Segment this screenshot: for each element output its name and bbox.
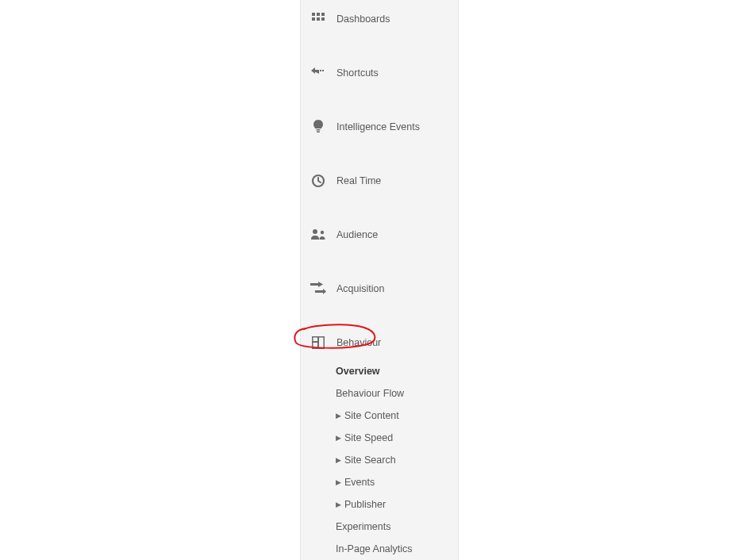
sub-item-label: Site Content (344, 410, 399, 421)
svg-marker-16 (318, 282, 323, 287)
caret-right-icon: ▶ (336, 412, 341, 420)
sub-item-in-page-analytics[interactable]: In-Page Analytics (336, 538, 458, 560)
sidebar-item-label: Dashboards (336, 13, 458, 25)
svg-rect-9 (322, 70, 324, 71)
caret-right-icon: ▶ (336, 456, 341, 464)
caret-right-icon: ▶ (336, 501, 341, 508)
svg-point-13 (313, 229, 317, 234)
audience-icon (310, 227, 326, 243)
sidebar-item-label: Intelligence Events (336, 121, 458, 132)
clock-icon (310, 173, 326, 189)
sub-item-label: Site Speed (344, 432, 393, 443)
sidebar-item-real-time[interactable]: Real Time (301, 167, 458, 195)
svg-rect-11 (317, 132, 320, 133)
sub-item-experiments[interactable]: Experiments (336, 516, 458, 538)
sidebar-item-intelligence-events[interactable]: Intelligence Events (301, 113, 458, 141)
svg-rect-10 (317, 129, 321, 131)
sidebar-item-dashboards[interactable]: Dashboards (301, 5, 458, 33)
shortcuts-icon (310, 65, 326, 81)
sub-item-label: Site Search (344, 455, 396, 466)
svg-rect-7 (314, 70, 319, 71)
behaviour-submenu: Overview Behaviour Flow ▶ Site Content ▶… (301, 360, 458, 560)
sidebar-item-label: Shortcuts (336, 67, 458, 79)
svg-rect-8 (320, 70, 321, 71)
svg-rect-1 (317, 13, 320, 16)
behaviour-icon (310, 335, 326, 351)
sub-item-label: Experiments (336, 521, 390, 532)
svg-point-14 (321, 231, 324, 234)
svg-marker-19 (323, 289, 326, 294)
caret-right-icon: ▶ (336, 434, 341, 442)
sub-item-label: Events (344, 477, 375, 488)
sub-item-overview[interactable]: Overview (336, 360, 458, 382)
sidebar-item-shortcuts[interactable]: Shortcuts (301, 59, 458, 87)
grid-icon (310, 11, 326, 27)
sidebar-item-label: Acquisition (336, 283, 458, 294)
sub-item-label: Publisher (344, 499, 386, 510)
svg-rect-3 (312, 17, 315, 21)
sub-item-label: Overview (336, 366, 380, 377)
sub-item-publisher[interactable]: ▶ Publisher (336, 493, 458, 516)
sidebar-item-audience[interactable]: Audience (301, 221, 458, 249)
sub-item-site-content[interactable]: ▶ Site Content (336, 405, 458, 427)
sidebar-item-label: Behaviour (336, 337, 458, 348)
bulb-icon (310, 119, 326, 135)
svg-rect-15 (310, 283, 318, 286)
svg-rect-4 (317, 17, 320, 21)
caret-right-icon: ▶ (336, 478, 341, 486)
svg-rect-2 (321, 13, 325, 16)
svg-rect-17 (315, 290, 323, 293)
sub-item-label: In-Page Analytics (336, 543, 413, 554)
sub-item-site-search[interactable]: ▶ Site Search (336, 449, 458, 471)
sidebar-item-acquisition[interactable]: Acquisition (301, 274, 458, 303)
sub-item-label: Behaviour Flow (336, 388, 404, 399)
sub-item-events[interactable]: ▶ Events (336, 471, 458, 493)
sidebar-item-label: Audience (336, 229, 458, 240)
sidebar: Dashboards Shortcuts Intelligence Events (300, 0, 459, 560)
sidebar-item-label: Real Time (336, 175, 458, 186)
svg-rect-0 (312, 13, 315, 16)
sidebar-item-behaviour[interactable]: Behaviour (301, 328, 458, 357)
svg-rect-5 (321, 17, 325, 21)
sub-item-behaviour-flow[interactable]: Behaviour Flow (336, 382, 458, 405)
acquisition-icon (310, 281, 326, 297)
sub-item-site-speed[interactable]: ▶ Site Speed (336, 427, 458, 449)
